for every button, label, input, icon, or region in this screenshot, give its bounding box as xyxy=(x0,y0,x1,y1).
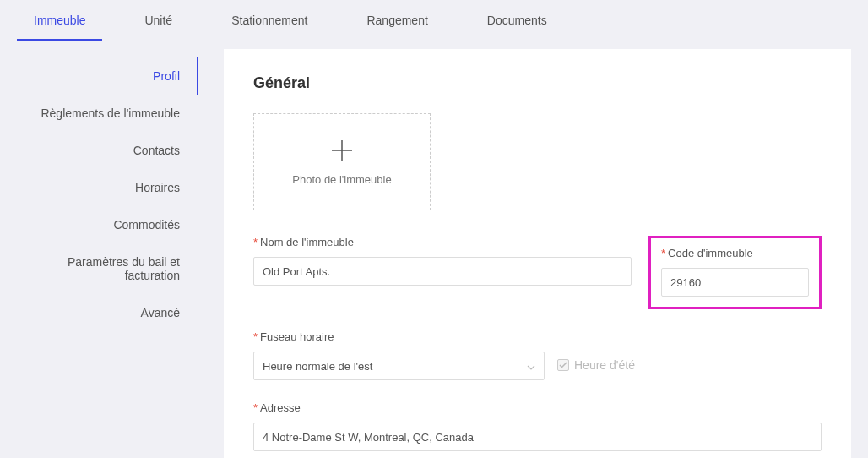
label-dst: Heure d'été xyxy=(574,358,635,372)
sidebar-item-avance[interactable]: Avancé xyxy=(0,294,198,331)
label-building-code: *Code d'immeuble xyxy=(661,247,809,259)
tab-immeuble[interactable]: Immeuble xyxy=(17,0,102,41)
checkbox-dst[interactable] xyxy=(557,359,569,371)
label-building-code-text: Code d'immeuble xyxy=(668,247,753,259)
row-address: *Adresse xyxy=(253,401,822,451)
content-area: Profil Règlements de l'immeuble Contacts… xyxy=(0,41,868,458)
tab-rangement[interactable]: Rangement xyxy=(350,0,444,41)
check-icon xyxy=(559,362,567,368)
plus-icon xyxy=(329,138,355,163)
tab-unite[interactable]: Unité xyxy=(127,0,189,41)
top-tabs: Immeuble Unité Stationnement Rangement D… xyxy=(0,0,868,41)
section-title: Général xyxy=(253,74,822,92)
photo-upload-label: Photo de l'immeuble xyxy=(292,173,391,186)
label-building-name: *Nom de l'immeuble xyxy=(253,236,632,248)
select-timezone-value: Heure normale de l'est xyxy=(263,360,372,373)
sidebar: Profil Règlements de l'immeuble Contacts… xyxy=(0,49,198,458)
photo-upload[interactable]: Photo de l'immeuble xyxy=(253,113,431,210)
sidebar-item-parametres[interactable]: Paramètres du bail et facturation xyxy=(0,243,198,294)
group-building-name: *Nom de l'immeuble xyxy=(253,236,632,286)
group-building-code: *Code d'immeuble xyxy=(661,247,809,297)
sidebar-item-contacts[interactable]: Contacts xyxy=(0,132,198,169)
group-address: *Adresse xyxy=(253,401,822,451)
label-timezone-text: Fuseau horaire xyxy=(260,330,334,343)
chevron-down-icon xyxy=(527,360,535,373)
input-building-code[interactable] xyxy=(661,268,809,297)
select-timezone[interactable]: Heure normale de l'est xyxy=(253,352,545,380)
sidebar-item-profil[interactable]: Profil xyxy=(0,57,198,95)
sidebar-item-horaires[interactable]: Horaires xyxy=(0,169,198,206)
highlight-code: *Code d'immeuble xyxy=(648,236,822,309)
tab-stationnement[interactable]: Stationnement xyxy=(214,0,324,41)
label-address: *Adresse xyxy=(253,401,822,414)
main-panel: Général Photo de l'immeuble *Nom de l'im… xyxy=(224,49,851,458)
group-dst: Heure d'été xyxy=(557,358,635,372)
label-address-text: Adresse xyxy=(260,401,301,414)
input-address[interactable] xyxy=(253,423,822,451)
sidebar-item-commodites[interactable]: Commodités xyxy=(0,206,198,243)
row-timezone: *Fuseau horaire Heure normale de l'est H… xyxy=(253,330,822,380)
tab-documents[interactable]: Documents xyxy=(470,0,564,41)
sidebar-item-reglements[interactable]: Règlements de l'immeuble xyxy=(0,95,198,132)
input-building-name[interactable] xyxy=(253,257,632,286)
label-timezone: *Fuseau horaire xyxy=(253,330,545,343)
row-name-code: *Nom de l'immeuble *Code d'immeuble xyxy=(253,236,822,309)
label-building-name-text: Nom de l'immeuble xyxy=(260,236,354,248)
group-timezone: *Fuseau horaire Heure normale de l'est xyxy=(253,330,545,380)
timezone-container: *Fuseau horaire Heure normale de l'est H… xyxy=(253,330,635,380)
